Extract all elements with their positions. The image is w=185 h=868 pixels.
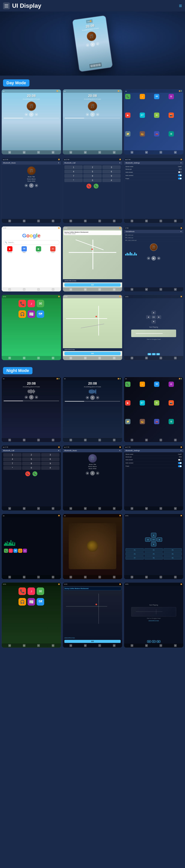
social-prev[interactable]: ⏮ [147, 256, 150, 260]
night-call-close[interactable]: ✕ [58, 450, 59, 452]
night-app-files[interactable]: 📁 [125, 419, 130, 424]
end-call-btn[interactable]: 📞 [86, 184, 91, 189]
mini-maps[interactable]: 🗺 [14, 549, 18, 553]
night-func-5[interactable]: F5 [144, 552, 163, 556]
icon-auto-nc[interactable]: A [37, 507, 40, 510]
icon-set-nav[interactable]: ⚙ [113, 357, 115, 359]
icon-set-ios[interactable]: ⚙ [52, 357, 54, 359]
icon-email-3[interactable]: ✉ [131, 151, 133, 154]
power-toggle[interactable] [178, 178, 182, 180]
icon-set-bt[interactable]: ⚙ [52, 220, 54, 222]
night-ios-music[interactable]: ♪ [28, 587, 35, 595]
google-search-bar[interactable]: 🔍 Search... [3, 240, 59, 245]
icon-apps-social[interactable]: ⊞ [145, 288, 148, 291]
numpad-6[interactable]: 6 [102, 170, 121, 174]
night-prev-1[interactable]: ⏮ [25, 396, 28, 399]
night-app-camera[interactable]: 📷 [168, 400, 174, 406]
night-numpad-5[interactable]: 5 [22, 457, 41, 461]
answer-call-btn[interactable]: 📞 [94, 184, 99, 189]
app-vehicle[interactable]: 🚗 [154, 131, 159, 136]
night-power-toggle[interactable] [178, 465, 182, 467]
icon-apps-nbm[interactable]: ⊞ [84, 507, 87, 510]
icon-set-nbm[interactable]: ⚙ [113, 507, 115, 510]
icon-email-nav[interactable]: ✉ [70, 357, 72, 359]
icon-set-np[interactable]: ⚙ [174, 357, 177, 359]
icon-apps-ni[interactable]: ⊞ [23, 644, 25, 647]
numpad-hash[interactable]: # [102, 178, 121, 182]
night-app-settings[interactable]: ⚙ [168, 381, 174, 387]
gapp-gmail[interactable]: ✉ Gmail [46, 246, 59, 253]
icon-email-n2[interactable]: ✉ [70, 439, 72, 441]
icon-apps-map[interactable]: ⊞ [84, 288, 87, 291]
night-func-3[interactable]: F3 [163, 548, 182, 552]
ctrl-btn-1[interactable]: ⏮ [148, 353, 151, 355]
icon-set-nn[interactable]: ⚙ [174, 576, 177, 579]
icon-email-2[interactable]: ✉ [70, 151, 72, 154]
night-next-1[interactable]: ⏭ [35, 396, 38, 399]
icon-auto-ios[interactable]: A [37, 357, 40, 359]
numpad-9[interactable]: 9 [102, 174, 121, 178]
icon-auto-3[interactable]: A [160, 151, 162, 154]
ios-news[interactable]: 📰 [28, 310, 35, 318]
numpad-5[interactable]: 5 [83, 170, 102, 174]
icon-apps-np[interactable]: ⊞ [145, 357, 148, 359]
night-auto-connect-toggle[interactable] [178, 462, 182, 464]
numpad-2[interactable]: 2 [83, 165, 102, 169]
numpad-star[interactable]: * [64, 178, 83, 182]
settings-close-icon[interactable]: ✕ [180, 162, 182, 164]
icon-apps-nav[interactable]: ⊞ [84, 357, 87, 359]
icon-apps-nnm[interactable]: ⊞ [84, 644, 87, 647]
icon-apps-nc[interactable]: ⊞ [23, 507, 25, 510]
night-app-msg[interactable]: ✉ [154, 400, 159, 406]
night-go-btn[interactable]: GO [64, 640, 121, 643]
go-button[interactable]: GO [64, 283, 121, 286]
auto-connect-toggle[interactable] [178, 175, 182, 176]
icon-auto-call[interactable]: A [98, 220, 101, 222]
icon-email-bt[interactable]: ✉ [8, 220, 11, 222]
night-right[interactable]: ► [157, 537, 162, 541]
icon-set-n2[interactable]: ⚙ [113, 439, 115, 441]
nav-go-btn[interactable]: GO [64, 352, 121, 355]
night-func-2[interactable]: F2 [144, 548, 163, 552]
night-numpad-8[interactable]: 8 [22, 462, 41, 465]
icon-set-google[interactable]: ⚙ [52, 288, 54, 291]
icon-email-map[interactable]: ✉ [70, 288, 72, 291]
play-btn-1[interactable]: ⏸ [29, 112, 34, 117]
icon-apps-n1[interactable]: ⊞ [23, 439, 25, 441]
icon-auto-n1[interactable]: A [37, 439, 40, 441]
night-func-6[interactable]: F6 [163, 552, 182, 556]
ctrl-btn-2[interactable]: ⏸ [152, 353, 156, 355]
app-msg[interactable]: ✉ [154, 113, 159, 118]
night-numpad-2[interactable]: 2 [22, 453, 41, 457]
icon-set-nc[interactable]: ⚙ [52, 507, 54, 510]
numpad-0[interactable]: 0 [83, 178, 102, 182]
icon-auto-nn[interactable]: A [160, 576, 162, 579]
icon-email-social[interactable]: ✉ [131, 288, 133, 291]
icon-auto-map[interactable]: A [98, 288, 101, 291]
night-app-bt[interactable]: BT [140, 400, 145, 406]
icon-set-social[interactable]: ⚙ [174, 288, 177, 291]
play-pause-button[interactable]: ⏸ [90, 42, 95, 47]
numpad-4[interactable]: 4 [64, 170, 83, 174]
night-down[interactable]: ▼ [151, 542, 156, 546]
icon-auto-n2[interactable]: A [98, 439, 101, 441]
night-func-9[interactable]: F9 [163, 556, 182, 560]
night-numpad-hash[interactable]: # [41, 466, 59, 470]
icon-email-n1[interactable]: ✉ [8, 439, 11, 441]
icon-email-nn[interactable]: ✉ [131, 576, 133, 579]
icon-auto-set[interactable]: A [160, 220, 162, 222]
prev-btn-1[interactable]: ⏮ [25, 113, 28, 116]
icon-apps-ngw[interactable]: ⊞ [23, 576, 25, 579]
bt-next[interactable]: ⏭ [35, 184, 38, 187]
app-phone[interactable]: 📞 [125, 94, 130, 99]
icon-auto-bt[interactable]: A [37, 220, 40, 222]
night-ios-maps[interactable]: 🗺 [36, 598, 44, 606]
bt-play[interactable]: ⏸ [29, 183, 34, 188]
icon-auto-na[interactable]: A [160, 439, 162, 441]
icon-set-n1[interactable]: ⚙ [52, 439, 54, 441]
mini-music[interactable]: ♪ [9, 549, 13, 553]
prev-btn-2[interactable]: ⏮ [86, 113, 89, 116]
night-ios-podcast[interactable]: 🎧 [19, 598, 26, 606]
icon-email-nnp[interactable]: ✉ [131, 644, 133, 647]
icon-email-nbm[interactable]: ✉ [70, 507, 72, 510]
